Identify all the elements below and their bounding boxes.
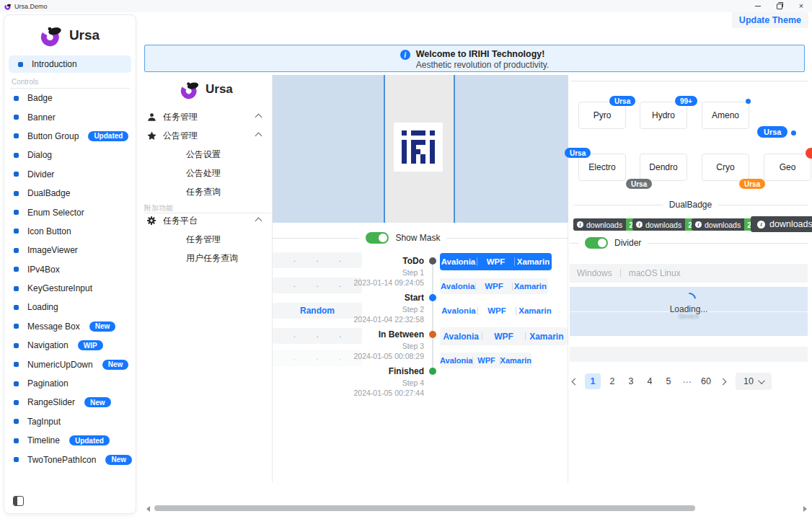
dot-badge: [746, 99, 751, 104]
scroll-right-icon[interactable]: [803, 506, 807, 512]
next-page-icon[interactable]: [720, 378, 727, 385]
xamarin-button[interactable]: Xamarin: [516, 306, 554, 315]
menu-group-task-platform[interactable]: 任务平台: [144, 215, 271, 226]
dualbadge-divider-label: DualBadge: [669, 200, 712, 210]
sidebar-item-pagination[interactable]: Pagination: [4, 374, 136, 393]
previous-page-icon[interactable]: [572, 378, 579, 385]
sidebar-item-dialog[interactable]: Dialog: [4, 146, 136, 164]
menu-item-announcement-settings[interactable]: 公告设置: [186, 148, 221, 160]
xamarin-button[interactable]: Xamarin: [515, 257, 552, 266]
minimize-button[interactable]: [747, 0, 769, 12]
divider-demo-row: Divider: [570, 237, 808, 249]
page-button-1[interactable]: 1: [585, 373, 601, 389]
timeline-step-date: 2024-01-05 00:08:29: [317, 352, 424, 360]
sidebar-item-introduction[interactable]: Introduction: [9, 56, 131, 73]
divider-line: [648, 243, 808, 244]
timeline-dot-finished: [429, 368, 436, 375]
divider-line: [573, 205, 663, 205]
divider-line: [718, 205, 808, 205]
sidebar-item-navigation[interactable]: NavigationWIP: [4, 336, 136, 355]
maximize-button[interactable]: [769, 0, 790, 12]
ellipsis: ⋯: [680, 373, 694, 389]
menu-item-announcement-handling[interactable]: 公告处理: [186, 167, 221, 179]
sidebar-item-keygestureinput[interactable]: KeyGestureInput: [4, 279, 136, 298]
show-mask-toggle[interactable]: [366, 232, 389, 244]
menu-item-task-query[interactable]: 任务查询: [186, 186, 221, 198]
sidebar-item-ipv4box[interactable]: IPv4Box: [4, 260, 136, 279]
button-group-borderless: Avalonia WPF Xamarin: [440, 303, 554, 319]
sidebar-item-banner[interactable]: Banner: [4, 107, 136, 126]
wpf-button[interactable]: WPF: [477, 257, 514, 266]
ursa-badge: Ursa: [565, 148, 591, 158]
show-mask-divider: Show Mask: [273, 232, 568, 244]
octet-separator: .: [294, 254, 296, 263]
brand-name: Ursa: [69, 27, 100, 43]
timeline-dot-start: [429, 294, 436, 301]
sidebar-item-timeline[interactable]: TimelineUpdated: [4, 431, 136, 450]
divider-toggle[interactable]: [585, 237, 608, 249]
menu-group-announcement[interactable]: 公告管理: [144, 130, 271, 141]
xamarin-button[interactable]: Xamarin: [526, 332, 568, 342]
xamarin-button[interactable]: Xamarin: [500, 356, 531, 365]
sidebar-item-numericupdown[interactable]: NumericUpDownNew: [4, 355, 136, 373]
sidebar-item-loading[interactable]: Loading: [4, 298, 136, 316]
sidebar-item-label: DualBadge: [27, 188, 70, 198]
image-viewer[interactable]: [273, 75, 568, 223]
sidebar-item-label: Pagination: [27, 378, 69, 389]
bullet-icon: [14, 438, 19, 443]
sidebar-item-rangeslider[interactable]: RangeSliderNew: [4, 393, 136, 412]
avalonia-button[interactable]: Avalonia: [440, 356, 472, 365]
avalonia-button[interactable]: Avalonia: [440, 257, 477, 266]
page-button-2[interactable]: 2: [605, 373, 619, 389]
sidebar-item-button-group[interactable]: Button GroupUpdated: [4, 127, 136, 146]
wpf-button[interactable]: WPF: [478, 306, 516, 315]
scroll-left-icon[interactable]: [146, 506, 150, 512]
avalonia-button[interactable]: Avalonia: [440, 306, 477, 315]
sidebar-item-dualbadge[interactable]: DualBadge: [4, 184, 136, 203]
timeline-connector: [432, 265, 433, 371]
card-label: Cryo: [716, 162, 734, 172]
sidebar-item-label: Dialog: [27, 150, 52, 160]
banner-subtitle: Aesthetic revolution of productivity.: [416, 60, 550, 71]
page-button-4[interactable]: 4: [643, 373, 657, 389]
page-size-select[interactable]: 10: [736, 373, 772, 390]
xamarin-button[interactable]: Xamarin: [513, 282, 548, 290]
sidebar-item-label: KeyGestureInput: [27, 283, 92, 293]
menu-group-label: 公告管理: [163, 130, 198, 142]
page-button-60[interactable]: 60: [699, 373, 713, 389]
page-button-3[interactable]: 3: [624, 373, 638, 389]
button-group-solid: Avalonia WPF Xamarin: [440, 253, 552, 270]
avalonia-button[interactable]: Avalonia: [440, 282, 475, 290]
avalonia-button[interactable]: Avalonia: [440, 332, 482, 342]
close-button[interactable]: ×: [790, 0, 812, 12]
window-title: Ursa.Demo: [14, 3, 48, 10]
menu-item-label: 公告设置: [186, 148, 221, 161]
sidebar-item-twotonepathicon[interactable]: TwoTonePathIconNew: [4, 450, 136, 469]
collapse-sidebar-icon[interactable]: [13, 496, 24, 506]
bullet-icon: [14, 286, 19, 291]
timeline-step-date: 2024-01-04 22:32:58: [317, 315, 424, 324]
page-button-5[interactable]: 5: [661, 373, 676, 389]
menu-item-task-management[interactable]: 任务管理: [186, 234, 221, 245]
menu-group-task-management[interactable]: 任务管理: [144, 111, 271, 123]
sidebar-item-icon-button[interactable]: Icon Button: [4, 222, 136, 241]
menu-item-user-task-query[interactable]: 用户任务查询: [186, 252, 238, 264]
button-group-light: Avalonia WPF Xamarin: [440, 278, 548, 294]
sidebar-item-taginput[interactable]: TagInput: [4, 412, 136, 431]
sidebar-item-message-box[interactable]: Message BoxNew: [4, 317, 136, 336]
sidebar-item-badge[interactable]: Badge: [4, 89, 136, 107]
card-label: Ameno: [712, 110, 739, 120]
bullet-icon: [14, 457, 19, 462]
wpf-button[interactable]: WPF: [482, 332, 524, 342]
divider-line: [273, 238, 359, 239]
sidebar-item-label: Introduction: [32, 59, 77, 69]
update-theme-button[interactable]: Update Theme: [732, 12, 808, 28]
sidebar-item-enum-selector[interactable]: Enum Selector: [4, 203, 136, 221]
dot-badge: [791, 130, 796, 136]
panel-divider: [571, 81, 808, 81]
sidebar-item-imageviewer[interactable]: ImageViewer: [4, 241, 136, 260]
horizontal-scrollbar[interactable]: [154, 505, 695, 511]
sidebar-item-divider[interactable]: Divider: [4, 165, 136, 184]
wpf-button[interactable]: WPF: [476, 282, 511, 290]
wpf-button[interactable]: WPF: [473, 356, 499, 365]
